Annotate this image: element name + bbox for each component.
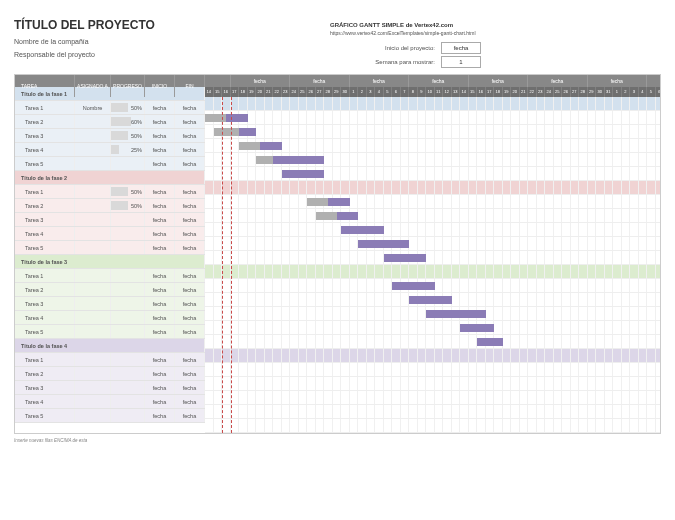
timeline-day: 28 (579, 87, 588, 97)
task-row[interactable]: Tarea 4fechafecha (15, 227, 205, 241)
week-display-label: Semana para mostrar: (365, 59, 435, 65)
project-lead: Responsable del proyecto (14, 51, 155, 58)
timeline-day: 25 (554, 87, 563, 97)
timeline-day: 15 (214, 87, 223, 97)
timeline-day: 1 (613, 87, 622, 97)
phase-header[interactable]: Título de la fase 4 (15, 339, 205, 353)
timeline-day: 26 (562, 87, 571, 97)
task-row[interactable]: Tarea 4fechafecha (15, 395, 205, 409)
week-display-input[interactable]: 1 (441, 56, 481, 68)
timeline-day: 2 (358, 87, 367, 97)
start-date-input[interactable]: fecha (441, 42, 481, 54)
gantt-bar[interactable] (316, 212, 359, 220)
timeline-day: 21 (265, 87, 274, 97)
timeline-day: 8 (409, 87, 418, 97)
task-row[interactable]: Tarea 250%fechafecha (15, 199, 205, 213)
timeline-day: 28 (324, 87, 333, 97)
timeline-day: 23 (282, 87, 291, 97)
phase-header[interactable]: Título de la fase 1 (15, 87, 205, 101)
task-row[interactable]: Tarea 1fechafecha (15, 269, 205, 283)
timeline-day: 22 (528, 87, 537, 97)
insert-row-hint: Inserte nuevas filas ENCIMA de esta (14, 438, 661, 443)
task-row[interactable]: Tarea 5fechafecha (15, 157, 205, 171)
gantt-bar[interactable] (205, 114, 248, 122)
task-row[interactable]: Tarea 4fechafecha (15, 311, 205, 325)
timeline-day: 25 (299, 87, 308, 97)
task-row[interactable]: Tarea 3fechafecha (15, 381, 205, 395)
timeline-month: fecha (647, 75, 660, 87)
timeline-day: 23 (537, 87, 546, 97)
phase-header[interactable]: Título de la fase 3 (15, 255, 205, 269)
timeline-day: 20 (511, 87, 520, 97)
timeline-day: 5 (647, 87, 656, 97)
gantt-bar[interactable] (307, 198, 350, 206)
gantt-sheet: TAREA ASIGNADO A PROGRESO INICIO FIN Tít… (14, 74, 661, 434)
timeline-month: fecha (528, 75, 588, 87)
today-marker (222, 97, 223, 433)
timeline-day: 30 (596, 87, 605, 97)
timeline-day: 31 (605, 87, 614, 97)
task-row[interactable]: Tarea 350%fechafecha (15, 129, 205, 143)
company-name: Nombre de la compañía (14, 38, 155, 45)
timeline-month: fecha (290, 75, 350, 87)
task-table: TAREA ASIGNADO A PROGRESO INICIO FIN Tít… (15, 75, 205, 433)
phase-header[interactable]: Título de la fase 2 (15, 171, 205, 185)
timeline-day: 6 (656, 87, 661, 97)
gantt-bar[interactable] (477, 338, 503, 346)
timeline-day: 17 (231, 87, 240, 97)
task-row[interactable]: Tarea 3fechafecha (15, 213, 205, 227)
task-row[interactable]: Tarea 5fechafecha (15, 409, 205, 423)
timeline-month: fecha (350, 75, 410, 87)
timeline-day: 7 (401, 87, 410, 97)
gantt-bar[interactable] (282, 170, 325, 178)
timeline-day: 10 (426, 87, 435, 97)
gantt-bar[interactable] (256, 156, 324, 164)
timeline-day: 19 (503, 87, 512, 97)
timeline-day: 14 (460, 87, 469, 97)
task-row[interactable]: Tarea 1Nombre50%fechafecha (15, 101, 205, 115)
timeline-day: 26 (307, 87, 316, 97)
timeline-day: 4 (639, 87, 648, 97)
task-row[interactable]: Tarea 5fechafecha (15, 241, 205, 255)
timeline-day: 12 (443, 87, 452, 97)
timeline-month: fecha (409, 75, 469, 87)
timeline-day: 3 (367, 87, 376, 97)
gantt-bar[interactable] (239, 142, 282, 150)
task-row[interactable]: Tarea 2fechafecha (15, 283, 205, 297)
timeline-day: 1 (350, 87, 359, 97)
gantt-bar[interactable] (384, 254, 427, 262)
gantt-bar[interactable] (460, 324, 494, 332)
timeline-day: 16 (222, 87, 231, 97)
timeline-day: 24 (290, 87, 299, 97)
timeline-day: 30 (341, 87, 350, 97)
task-row[interactable]: Tarea 1fechafecha (15, 353, 205, 367)
task-row[interactable]: Tarea 260%fechafecha (15, 115, 205, 129)
timeline-month: fecha (469, 75, 529, 87)
gantt-bar[interactable] (409, 296, 452, 304)
timeline-day: 21 (520, 87, 529, 97)
timeline-day: 6 (392, 87, 401, 97)
timeline-day: 11 (435, 87, 444, 97)
timeline-day: 22 (273, 87, 282, 97)
gantt-bar[interactable] (341, 226, 384, 234)
timeline-day: 19 (248, 87, 257, 97)
task-row[interactable]: Tarea 3fechafecha (15, 297, 205, 311)
timeline-day: 29 (333, 87, 342, 97)
timeline-day: 27 (316, 87, 325, 97)
task-row[interactable]: Tarea 150%fechafecha (15, 185, 205, 199)
gantt-bar[interactable] (358, 240, 409, 248)
timeline-day: 27 (571, 87, 580, 97)
gantt-bar[interactable] (214, 128, 257, 136)
timeline-day: 14 (205, 87, 214, 97)
timeline-day: 9 (418, 87, 427, 97)
template-credit: GRÁFICO GANTT SIMPLE de Vertex42.com (330, 22, 476, 28)
template-credit-link[interactable]: https://www.vertex42.com/ExcelTemplates/… (330, 30, 476, 36)
timeline-day: 13 (452, 87, 461, 97)
task-row[interactable]: Tarea 425%fechafecha (15, 143, 205, 157)
task-row[interactable]: Tarea 2fechafecha (15, 367, 205, 381)
timeline-day: 18 (494, 87, 503, 97)
gantt-bar[interactable] (392, 282, 435, 290)
gantt-bar[interactable] (426, 310, 486, 318)
timeline-day: 29 (588, 87, 597, 97)
task-row[interactable]: Tarea 5fechafecha (15, 325, 205, 339)
